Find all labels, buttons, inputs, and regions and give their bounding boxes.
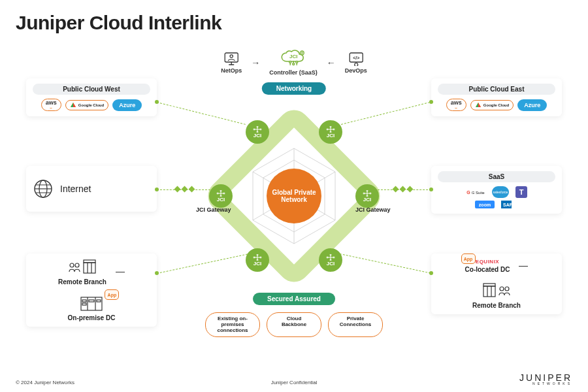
svg-point-83 <box>500 287 504 291</box>
jci-node-label: JCI <box>253 133 261 139</box>
app-badge: App <box>105 289 119 300</box>
jci-node-label: JCI <box>327 133 335 139</box>
branch-onprem-card: Remote Branch App On-premise DC <box>26 253 157 327</box>
controller-row: NetOps → JCI Controller (SaaS) ← </> Dev… <box>221 50 367 76</box>
gcp-badge: Google Cloud <box>65 100 108 110</box>
svg-point-84 <box>505 287 509 291</box>
jci-node: JCI <box>319 120 342 144</box>
svg-rect-73 <box>82 303 86 305</box>
jci-node-label: JCI <box>327 261 335 267</box>
coloc-label: Co-located DC <box>465 266 510 273</box>
bubble-private: Private Connections <box>328 312 383 337</box>
svg-rect-66 <box>84 260 95 263</box>
core-label: Global Private Network <box>267 189 321 204</box>
svg-marker-57 <box>71 103 73 107</box>
svg-rect-75 <box>97 300 101 302</box>
jci-node-label: JCI <box>363 197 371 203</box>
gateway-label-left: JCI Gateway <box>196 206 231 213</box>
netops-item: NetOps <box>221 52 242 74</box>
jci-node: JCI <box>246 248 269 272</box>
svg-marker-56 <box>73 103 76 107</box>
aws-label: aws <box>451 101 462 105</box>
remote-branch-label: Remote Branch <box>58 278 106 286</box>
svg-rect-79 <box>483 286 495 297</box>
svg-point-8 <box>292 63 294 65</box>
core-circle: Global Private Network <box>267 169 321 223</box>
svg-rect-69 <box>81 297 102 310</box>
internet-label: Internet <box>60 184 91 194</box>
aws-badge: aws⌣ <box>41 99 61 111</box>
gsuite-icon: G G Suite <box>466 190 485 195</box>
aws-label: aws <box>46 101 57 105</box>
remote-branch-label: Remote Branch <box>472 302 521 309</box>
azure-badge: Azure <box>112 99 142 111</box>
remote-branch-item: Remote Branch <box>58 259 106 286</box>
controller-label: Controller (SaaS) <box>269 69 318 76</box>
footer-confidential: Juniper Confidential <box>271 380 318 385</box>
svg-point-9 <box>295 61 297 63</box>
aws-badge: aws⌣ <box>446 99 466 111</box>
decor-cubes <box>175 187 194 191</box>
gsuite-label: G Suite <box>472 191 485 195</box>
public-cloud-east-card: Public Cloud East aws⌣ Google Cloud Azur… <box>431 78 562 116</box>
bottom-bubbles: Existing on-premises connections Cloud B… <box>205 312 383 337</box>
svg-rect-72 <box>82 300 86 302</box>
connector-dot <box>155 188 159 191</box>
gcp-badge: Google Cloud <box>470 100 514 110</box>
remote-branch-icon <box>482 282 511 299</box>
svg-point-64 <box>75 263 79 267</box>
center-diagram: Global Private Network JCI JCI JCI JCI J… <box>189 91 399 301</box>
bubble-onprem: Existing on-premises connections <box>205 312 260 337</box>
jci-node: JCI <box>319 248 342 272</box>
decor-cubes <box>393 187 412 191</box>
juniper-logo: JUNIPER NETWORKS <box>519 372 572 385</box>
azure-label: Azure <box>524 102 540 108</box>
salesforce-icon: salesforce <box>492 186 509 198</box>
controller-item: JCI Controller (SaaS) <box>269 50 318 76</box>
azure-label: Azure <box>119 102 135 108</box>
connector-dot <box>155 271 159 275</box>
arrow-left-icon: ← <box>327 57 336 68</box>
jci-node-label: JCI <box>253 261 261 267</box>
devops-label: DevOps <box>345 67 367 74</box>
svg-text:JCI: JCI <box>289 54 297 59</box>
datacenter-icon <box>80 295 103 312</box>
svg-rect-74 <box>89 300 94 302</box>
jci-node: JCI <box>209 184 233 208</box>
bubble-backbone: Cloud Backbone <box>267 312 321 337</box>
coloc-branch-card: App EQUINIX Co-located DC Remote Branch <box>431 253 562 314</box>
svg-point-12 <box>354 63 357 67</box>
svg-marker-77 <box>478 103 481 107</box>
svg-marker-78 <box>476 103 478 107</box>
connector-line <box>519 266 528 267</box>
zoom-icon: zoom <box>475 201 495 208</box>
devops-icon: </> <box>348 52 365 66</box>
internet-card: Internet <box>26 166 157 212</box>
remote-branch-icon <box>68 259 97 276</box>
remote-branch-item: Remote Branch <box>472 282 521 309</box>
connector-dot <box>429 188 433 191</box>
saas-card: SaaS G G Suite salesforce T zoom SAP <box>431 166 562 214</box>
page-title: Juniper Cloud Interlink <box>16 12 221 34</box>
card-header: SaaS <box>438 171 555 182</box>
devops-item: </> DevOps <box>345 52 367 74</box>
arrow-right-icon: → <box>251 57 260 68</box>
azure-badge: Azure <box>517 99 547 111</box>
connector-dot <box>429 271 433 275</box>
onprem-label: On-premise DC <box>68 314 116 321</box>
connector-line <box>116 272 125 272</box>
netops-icon <box>223 52 240 66</box>
connector-dot <box>429 100 433 104</box>
netops-label: NetOps <box>221 67 242 74</box>
jci-node-label: JCI <box>217 197 225 203</box>
sap-icon: SAP <box>501 201 518 208</box>
svg-point-63 <box>70 263 74 267</box>
coloc-dc-item: App EQUINIX Co-located DC <box>465 259 510 273</box>
svg-point-1 <box>230 55 233 57</box>
card-header: Public Cloud West <box>33 84 150 95</box>
svg-rect-65 <box>84 263 95 273</box>
gcp-label: Google Cloud <box>78 103 104 107</box>
jci-node: JCI <box>246 120 269 144</box>
connector-dot <box>155 100 159 104</box>
gateway-label-right: JCI Gateway <box>355 206 391 213</box>
